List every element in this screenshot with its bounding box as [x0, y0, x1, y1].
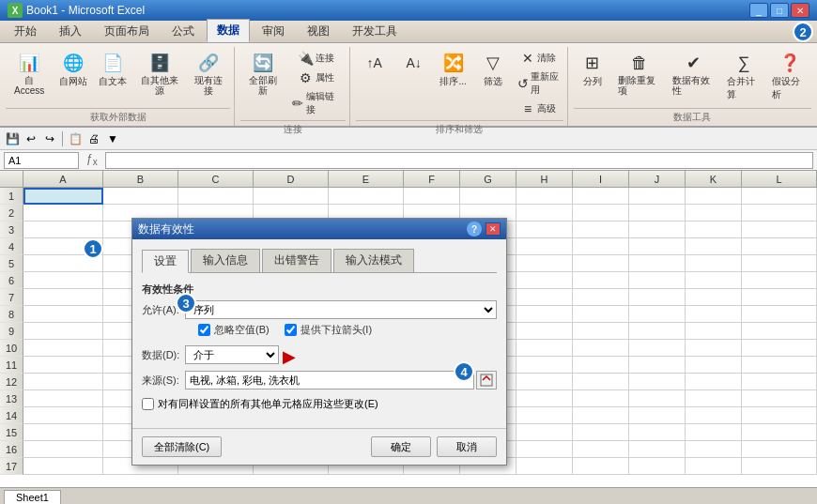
- cell-c1[interactable]: [178, 188, 254, 205]
- restore-btn[interactable]: □: [770, 3, 789, 18]
- dialog-tab-error-alert[interactable]: 出错警告: [262, 249, 331, 272]
- row-num: 11: [0, 357, 23, 374]
- data-select[interactable]: 介于 不介于 等于: [185, 345, 279, 364]
- btn-data-valid[interactable]: ✔ 数据有效性: [668, 49, 720, 99]
- dialog-title: 数据有效性: [138, 221, 194, 237]
- group-label-external: 获取外部数据: [6, 108, 230, 126]
- cell-a1[interactable]: [23, 188, 103, 205]
- btn-clear[interactable]: ✕ 清除: [514, 49, 563, 68]
- btn-sort-asc[interactable]: ↑A: [356, 49, 393, 78]
- source-picker-btn[interactable]: [476, 371, 497, 389]
- col-k-header[interactable]: K: [686, 171, 742, 187]
- source-input[interactable]: [185, 371, 474, 389]
- sheet-tab-1[interactable]: Sheet1: [4, 490, 61, 504]
- minimize-btn[interactable]: _: [749, 3, 768, 18]
- btn-split[interactable]: ⊞ 分列: [574, 49, 611, 91]
- btn-advanced[interactable]: ≡ 高级: [514, 99, 563, 118]
- btn-remove-dup[interactable]: 🗑 删除重复项: [613, 49, 666, 99]
- col-l-header[interactable]: L: [742, 171, 817, 187]
- dialog-data-validation: 数据有效性 ? ✕ 设置 输入信息 出错警告 输入法模式 有效性条件 允许(A)…: [131, 218, 507, 466]
- cell-e1[interactable]: [329, 188, 404, 205]
- btn-merge-calc[interactable]: ∑ 合并计算: [722, 49, 766, 104]
- ribbon-group-connect: 🔄 全部刷新 🔌 连接 ⚙ 属性: [237, 47, 350, 126]
- tab-review[interactable]: 审阅: [252, 20, 295, 42]
- btn-connect[interactable]: 🔌 连接: [287, 49, 346, 68]
- tab-insert[interactable]: 插入: [49, 20, 92, 42]
- col-e-header[interactable]: E: [329, 171, 404, 187]
- filter-icon: ▽: [482, 52, 504, 74]
- col-i-header[interactable]: I: [573, 171, 629, 187]
- group-label-connect: 连接: [240, 120, 346, 138]
- btn-sort-desc[interactable]: A↓: [395, 49, 433, 78]
- qt-other2[interactable]: 🖨: [85, 130, 102, 147]
- qt-sep1: [62, 131, 63, 146]
- formula-input[interactable]: [105, 152, 813, 169]
- tab-dev[interactable]: 开发工具: [342, 20, 408, 42]
- dialog-tab-ime[interactable]: 输入法模式: [333, 249, 414, 272]
- tab-data[interactable]: 数据: [207, 19, 250, 42]
- btn-refresh-all[interactable]: 🔄 全部刷新: [240, 49, 285, 99]
- cell-j1[interactable]: [629, 188, 686, 205]
- cell-d1[interactable]: [254, 188, 329, 205]
- btn-access[interactable]: 📊 自 Access: [6, 49, 53, 99]
- col-d-header[interactable]: D: [254, 171, 329, 187]
- col-c-header[interactable]: C: [178, 171, 254, 187]
- allow-label: 允许(A):: [142, 303, 179, 317]
- property-icon: ⚙: [299, 70, 314, 85]
- btn-sort[interactable]: 🔀 排序...: [435, 49, 472, 91]
- cell-f1[interactable]: [404, 188, 460, 205]
- dialog-tab-settings[interactable]: 设置: [142, 250, 189, 273]
- cell-h1[interactable]: [516, 188, 573, 205]
- ribbon-group-data-tools: ⊞ 分列 🗑 删除重复项 ✔ 数据有效性 ∑ 合并计算 ❓ 假设分析 数据工具: [570, 47, 815, 126]
- btn-other[interactable]: 🗄️ 自其他来源: [133, 49, 185, 99]
- provide-dropdown-checkbox[interactable]: [285, 324, 297, 336]
- tab-page-layout[interactable]: 页面布局: [94, 20, 160, 42]
- col-headers: A B C D E F G H I J K L: [0, 171, 817, 188]
- qt-undo[interactable]: ↩: [23, 130, 39, 147]
- qt-dropdown[interactable]: ▼: [104, 130, 121, 147]
- cell-b1[interactable]: [103, 188, 178, 205]
- cell-l1[interactable]: [742, 188, 817, 205]
- clear-all-btn[interactable]: 全部清除(C): [142, 436, 222, 457]
- tab-start[interactable]: 开始: [4, 20, 47, 42]
- dialog-close-btn[interactable]: ✕: [486, 222, 501, 236]
- ok-btn[interactable]: 确定: [371, 436, 431, 457]
- btn-existing[interactable]: 🔗 现有连接: [187, 49, 230, 99]
- col-h-header[interactable]: H: [516, 171, 573, 187]
- col-j-header[interactable]: J: [629, 171, 686, 187]
- col-b-header[interactable]: B: [103, 171, 178, 187]
- dialog-help-btn[interactable]: ?: [467, 221, 482, 237]
- btn-text[interactable]: 📄 自文本: [94, 49, 131, 91]
- editlink-icon: ✏: [291, 96, 305, 111]
- dropdown-label: 提供下拉箭头(I): [301, 323, 372, 337]
- btn-web[interactable]: 🌐 自网站: [54, 49, 92, 91]
- clear-icon: ✕: [520, 51, 535, 66]
- close-btn[interactable]: ✕: [791, 3, 809, 18]
- btn-edit-link[interactable]: ✏ 编辑链接: [287, 88, 346, 118]
- apply-all-checkbox[interactable]: [142, 398, 154, 410]
- tab-formula[interactable]: 公式: [162, 20, 205, 42]
- btn-property[interactable]: ⚙ 属性: [287, 69, 346, 87]
- qt-save[interactable]: 💾: [4, 130, 21, 147]
- col-g-header[interactable]: G: [460, 171, 516, 187]
- tab-view[interactable]: 视图: [297, 20, 340, 42]
- cell-g1[interactable]: [460, 188, 516, 205]
- merge-calc-icon: ∑: [732, 52, 755, 74]
- btn-reapply[interactable]: ↺ 重新应用: [514, 69, 563, 99]
- btn-filter[interactable]: ▽ 筛选: [474, 49, 512, 91]
- cancel-btn[interactable]: 取消: [437, 436, 497, 457]
- allow-select[interactable]: 序列 任何值 整数 小数 日期: [185, 300, 497, 319]
- row-num: 4: [0, 238, 23, 255]
- name-box[interactable]: [4, 152, 79, 169]
- col-a-header[interactable]: A: [23, 171, 103, 187]
- ignore-blank-checkbox[interactable]: [198, 324, 210, 336]
- cell-i1[interactable]: [573, 188, 629, 205]
- cell-a2[interactable]: [23, 205, 103, 221]
- dialog-tab-input-msg[interactable]: 输入信息: [191, 249, 260, 272]
- qt-redo[interactable]: ↪: [41, 130, 58, 147]
- col-f-header[interactable]: F: [404, 171, 460, 187]
- qt-other1[interactable]: 📋: [67, 130, 84, 147]
- row-num: 2: [0, 205, 23, 221]
- cell-k1[interactable]: [686, 188, 742, 205]
- btn-what-if[interactable]: ❓ 假设分析: [767, 49, 811, 104]
